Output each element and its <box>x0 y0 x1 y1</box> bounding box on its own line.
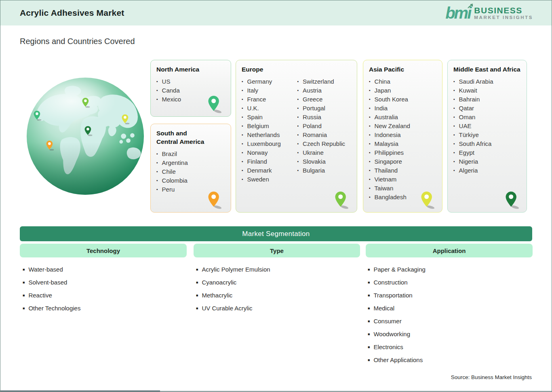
country-label: Australia <box>375 114 398 120</box>
country-item: ▪Kuwait <box>453 86 521 95</box>
bullet-icon: ▪ <box>453 88 455 93</box>
country-item: ▪Ukraine <box>297 148 352 157</box>
country-item: ▪Finland <box>242 157 296 166</box>
country-item: ▪Argentina <box>156 158 225 167</box>
location-pin-icon <box>420 191 436 209</box>
country-item: ▪Malaysia <box>369 139 436 148</box>
bullet-icon: ■ <box>368 332 370 336</box>
country-label: Luxembourg <box>247 140 281 147</box>
bullet-icon: ■ <box>23 306 25 310</box>
application-list: ■Paper & Packaging■Construction■Transpor… <box>368 263 426 367</box>
country-item: ▪Slovakia <box>297 157 352 166</box>
bmi-monogram: bmi <box>445 5 470 21</box>
country-item: ▪China <box>369 77 436 86</box>
country-label: Bulgaria <box>303 167 325 174</box>
bullet-icon: ▪ <box>453 97 455 101</box>
country-label: Switzerland <box>303 78 334 85</box>
bullet-icon: ▪ <box>453 106 455 110</box>
country-item: ▪Sweden <box>242 175 296 184</box>
country-list: ▪Switzerland▪Austria▪Greece▪Portugal▪Rus… <box>297 77 352 184</box>
country-item: ▪Italy <box>242 86 296 95</box>
bullet-icon: ▪ <box>156 178 158 183</box>
segment-item: ■Other Applications <box>368 354 426 367</box>
country-label: Sweden <box>247 176 269 183</box>
segment-item: ■Solvent-based <box>23 276 80 289</box>
bullet-icon: ▪ <box>453 159 455 164</box>
country-label: Finland <box>247 158 267 165</box>
bullet-icon: ▪ <box>369 97 371 101</box>
type-list: ■Acrylic Polymer Emulsion■Cyanoacrylic■M… <box>196 263 270 315</box>
country-label: India <box>375 105 388 112</box>
bullet-icon: ▪ <box>242 79 243 84</box>
bullet-icon: ▪ <box>453 124 455 128</box>
country-label: Singapore <box>375 158 402 165</box>
country-item: ▪South Africa <box>453 139 521 148</box>
country-label: China <box>375 78 390 85</box>
segment-item: ■Cyanoacrylic <box>196 276 270 289</box>
country-item: ▪US <box>156 77 225 86</box>
country-item: ▪Russia <box>297 113 352 122</box>
country-item: ▪Austria <box>297 86 352 95</box>
country-label: U.K. <box>247 105 259 112</box>
bullet-icon: ▪ <box>369 88 371 93</box>
infographic-page: Acrylic Adhesives Market bmi BUSINESS MA… <box>0 0 552 392</box>
country-item: ▪Norway <box>242 148 296 157</box>
bullet-icon: ▪ <box>242 150 243 155</box>
bullet-icon: ▪ <box>156 152 158 156</box>
country-label: Romania <box>303 131 327 138</box>
country-list: ▪Saudi Arabia▪Kuwait▪Bahrain▪Qatar▪Oman▪… <box>453 77 521 175</box>
bullet-icon: ▪ <box>242 97 243 101</box>
country-item: ▪Vietnam <box>369 175 436 184</box>
region-title: Europe <box>242 65 351 74</box>
technology-list: ■Water-based■Solvent-based■Reactive■Othe… <box>23 263 80 315</box>
segment-header-application: Application <box>366 244 533 257</box>
country-list: ▪Germany▪Italy▪France▪U.K.▪Spain▪Belgium… <box>242 77 296 184</box>
country-item: ▪U.K. <box>242 104 296 113</box>
segment-header-label: Type <box>270 247 284 254</box>
bottom-divider-dark-segment <box>0 390 160 392</box>
segment-item: ■Acrylic Polymer Emulsion <box>196 263 270 276</box>
country-item: ▪Colombia <box>156 176 225 185</box>
country-item: ▪Australia <box>369 113 436 122</box>
segment-label: Water-based <box>28 266 63 273</box>
country-label: France <box>247 96 266 103</box>
bullet-icon: ▪ <box>297 88 299 93</box>
segment-item: ■Paper & Packaging <box>368 263 426 276</box>
bullet-icon: ▪ <box>369 177 371 181</box>
segment-item: ■Reactive <box>23 289 80 302</box>
country-item: ▪Bulgaria <box>297 166 352 175</box>
segment-label: Medical <box>373 305 394 312</box>
bullet-icon: ▪ <box>156 187 158 192</box>
country-item: ▪Denmark <box>242 166 296 175</box>
bullet-icon: ▪ <box>369 159 371 164</box>
country-label: Norway <box>247 149 268 156</box>
segment-label: Methacrylic <box>202 292 232 299</box>
country-item: ▪Netherlands <box>242 131 296 139</box>
bullet-icon: ■ <box>196 268 198 272</box>
globe-pin-middle-east-icon <box>84 126 93 137</box>
bullet-icon: ▪ <box>156 169 158 174</box>
market-segmentation-title: Market Segmentation <box>242 230 310 238</box>
country-label: Portugal <box>303 105 325 112</box>
bullet-icon: ▪ <box>297 159 299 164</box>
bullet-icon: ▪ <box>242 124 243 128</box>
segment-label: UV Curable Acrylic <box>202 305 252 312</box>
country-label: Mexico <box>162 96 181 103</box>
country-item: ▪Singapore <box>369 157 436 166</box>
country-label: Qatar <box>459 105 474 112</box>
country-item: ▪Spain <box>242 113 296 122</box>
country-item: ▪Chile <box>156 167 225 176</box>
country-label: Netherlands <box>247 131 280 138</box>
country-item: ▪Poland <box>297 122 352 131</box>
segment-item: ■Electronics <box>368 341 426 354</box>
bullet-icon: ▪ <box>369 79 371 84</box>
country-item: ▪Egypt <box>453 148 521 157</box>
bullet-icon: ▪ <box>242 168 243 173</box>
bullet-icon: ▪ <box>297 97 299 101</box>
country-list: ▪China▪Japan▪South Korea▪India▪Australia… <box>369 77 436 202</box>
segment-label: Woodworking <box>373 331 410 337</box>
bullet-icon: ▪ <box>369 106 371 110</box>
country-label: Indonesia <box>375 131 401 138</box>
country-item: ▪Brazil <box>156 150 225 158</box>
logo-arrow-icon <box>467 3 473 9</box>
